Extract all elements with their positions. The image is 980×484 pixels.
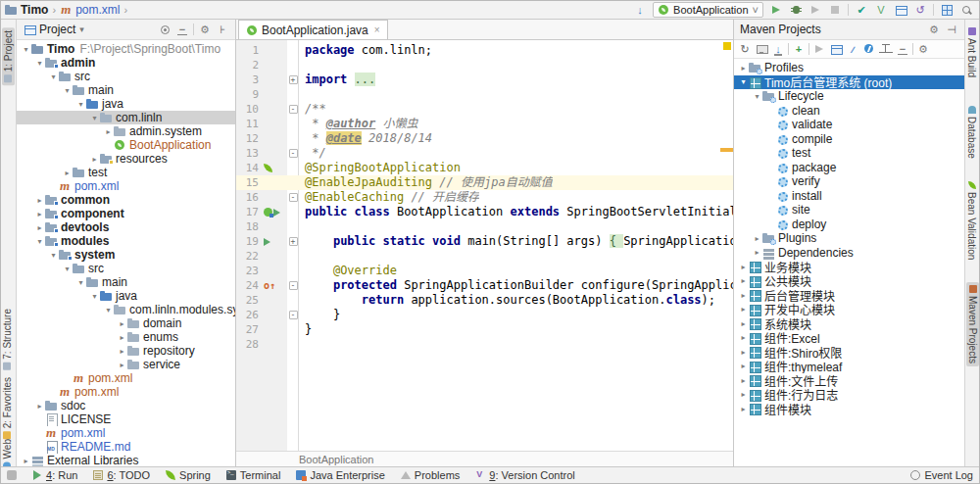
code-editor[interactable]: 1package com.linln;23+import ...910-/**1… <box>236 40 733 451</box>
code-line-24[interactable]: 24o↑- protected SpringApplicationBuilder… <box>236 278 733 293</box>
tree-row[interactable]: ▾ java <box>17 97 235 111</box>
statusbar-run[interactable]: 4: Run <box>32 469 77 481</box>
tree-row[interactable]: pom.xml <box>17 385 235 399</box>
tree-row[interactable]: ▸ resources <box>17 152 235 166</box>
tree-row[interactable]: ▸ sdoc <box>17 399 235 412</box>
tool-stripe-database[interactable]: Database <box>966 106 977 159</box>
tree-row[interactable]: validate <box>734 118 964 132</box>
tool-stripe-bean-validation[interactable]: Bean Validation <box>966 181 977 260</box>
commit-changes-icon[interactable]: ✔ <box>855 3 868 17</box>
tree-row[interactable]: ▾ admin <box>17 56 235 70</box>
chevron-icon[interactable]: ▸ <box>34 196 45 205</box>
code-line-14[interactable]: 14@SpringBootApplication <box>236 161 733 175</box>
toolwindow-grid-icon[interactable] <box>940 3 954 17</box>
statusbar-terminal[interactable]: Terminal <box>226 469 281 481</box>
statusbar-spring[interactable]: Spring <box>166 469 211 481</box>
code-line-15[interactable]: 15@EnableJpaAuditing // 使用jpa自动赋值 <box>236 175 733 190</box>
locate-file-icon[interactable] <box>158 23 172 36</box>
tree-row[interactable]: LICENSE <box>17 412 235 426</box>
spring-leaf-gutter-icon[interactable] <box>264 164 272 172</box>
code-line-9[interactable]: 9 <box>236 87 733 102</box>
fold-marker-icon[interactable]: - <box>289 149 298 158</box>
chevron-icon[interactable]: ▸ <box>738 64 749 73</box>
chevron-icon[interactable]: ▸ <box>34 223 45 232</box>
fold-marker-icon[interactable]: - <box>289 193 298 202</box>
chevron-icon[interactable]: ▾ <box>34 237 45 246</box>
tree-row[interactable]: ▾ main <box>17 83 235 97</box>
tree-row[interactable]: clean <box>734 104 964 119</box>
code-line-17[interactable]: 17public class BootApplication extends S… <box>236 205 733 219</box>
chevron-icon[interactable]: ▸ <box>738 348 749 357</box>
tree-row[interactable]: ▸ common <box>17 193 235 207</box>
tree-row[interactable]: ▸ 后台管理模块 <box>734 288 964 303</box>
tool-stripe-web[interactable]: Web <box>2 439 13 466</box>
chevron-icon[interactable]: ▸ <box>117 361 127 369</box>
execute-goal-icon[interactable] <box>829 42 843 56</box>
statusbar-problems[interactable]: Problems <box>401 469 460 481</box>
code-line-10[interactable]: 10-/** <box>236 102 733 117</box>
update-project-icon[interactable]: V <box>874 3 888 17</box>
chevron-icon[interactable]: ▾ <box>21 45 31 54</box>
tree-row[interactable]: ▾ Lifecycle <box>734 89 964 104</box>
tree-row[interactable]: ▸ 系统模块 <box>734 316 964 331</box>
chevron-icon[interactable]: ▸ <box>738 276 749 285</box>
tree-row[interactable]: ▸ 开发中心模块 <box>734 303 964 317</box>
chevron-down-icon[interactable]: ▾ <box>79 24 84 34</box>
breadcrumb-project[interactable]: Timo <box>21 3 48 17</box>
fold-marker-icon[interactable]: + <box>289 237 298 246</box>
tree-row[interactable]: ▸ domain <box>17 316 235 330</box>
collapse-all-icon[interactable] <box>175 23 189 36</box>
code-line-26[interactable]: 26- } <box>236 308 733 322</box>
tree-row[interactable]: ▾ Timo后台管理系统 (root) <box>734 75 964 90</box>
fold-marker-icon[interactable]: - <box>289 311 298 319</box>
rollback-icon[interactable]: ↺ <box>913 3 927 17</box>
tree-row[interactable]: ▸ 组件模块 <box>734 402 964 416</box>
debug-button[interactable] <box>789 3 803 17</box>
code-line-16[interactable]: 16-@EnableCaching // 开启缓存 <box>236 190 733 205</box>
tree-row[interactable]: ▸ repository <box>17 344 235 358</box>
download-sources-icon[interactable] <box>771 42 785 56</box>
tree-row[interactable]: pom.xml <box>17 371 235 385</box>
chevron-icon[interactable]: ▾ <box>752 92 762 101</box>
close-icon[interactable]: × <box>374 24 380 35</box>
chevron-icon[interactable]: ▸ <box>752 248 762 257</box>
stop-button[interactable] <box>828 3 842 17</box>
chevron-icon[interactable]: ▸ <box>117 333 127 342</box>
tree-row[interactable]: ▾ src <box>17 262 235 275</box>
navigate-down-icon[interactable]: ↓ <box>633 3 647 17</box>
tree-row[interactable]: ▸ test <box>17 166 235 179</box>
chevron-icon[interactable]: ▾ <box>62 265 73 273</box>
tree-row[interactable]: ▾ com.linln <box>17 111 235 124</box>
run-with-coverage-button[interactable] <box>808 3 822 17</box>
collapse-all-icon[interactable] <box>896 42 909 56</box>
code-line-25[interactable]: 25 return application.sources(BootApplic… <box>236 293 733 308</box>
chevron-icon[interactable]: ▸ <box>738 305 749 314</box>
tab-bootapplication[interactable]: BootApplication.java × <box>238 20 388 39</box>
chevron-icon[interactable]: ▸ <box>34 210 45 218</box>
show-dependencies-icon[interactable] <box>879 42 893 56</box>
tree-row[interactable]: verify <box>734 174 964 189</box>
gear-icon[interactable]: ⚙ <box>198 23 212 36</box>
code-line-13[interactable]: 13- */ <box>236 146 733 161</box>
gear-icon[interactable]: ⚙ <box>927 23 941 36</box>
chevron-icon[interactable]: ▸ <box>738 362 749 370</box>
code-line-3[interactable]: 3+import ... <box>236 73 733 87</box>
breadcrumb-file[interactable]: pom.xml <box>75 3 120 17</box>
tree-row[interactable]: package <box>734 161 964 175</box>
tree-row[interactable]: ▸ Profiles <box>734 61 964 75</box>
tree-row[interactable]: ▾ main <box>17 275 235 289</box>
chevron-icon[interactable]: ▾ <box>75 100 86 109</box>
tree-row[interactable]: ▸ External Libraries <box>17 454 235 466</box>
reimport-maven-icon[interactable]: ↻ <box>738 42 752 56</box>
tree-row[interactable]: ▸ 组件:行为日志 <box>734 388 964 403</box>
fold-marker-icon[interactable]: - <box>289 105 298 114</box>
chevron-icon[interactable]: ▸ <box>117 347 127 356</box>
tree-row[interactable]: ▸ 组件:thymeleaf <box>734 360 964 374</box>
tool-stripe-structure[interactable]: 7: Structure <box>2 309 13 370</box>
chevron-icon[interactable]: ▸ <box>752 234 762 243</box>
chevron-icon[interactable]: ▸ <box>117 319 127 328</box>
tree-row[interactable]: ▸ Dependencies <box>734 246 964 261</box>
tool-stripe-ant-build[interactable]: Ant Build <box>966 27 977 77</box>
tree-row[interactable]: ▸ service <box>17 358 235 371</box>
search-everywhere-icon[interactable] <box>959 3 973 17</box>
